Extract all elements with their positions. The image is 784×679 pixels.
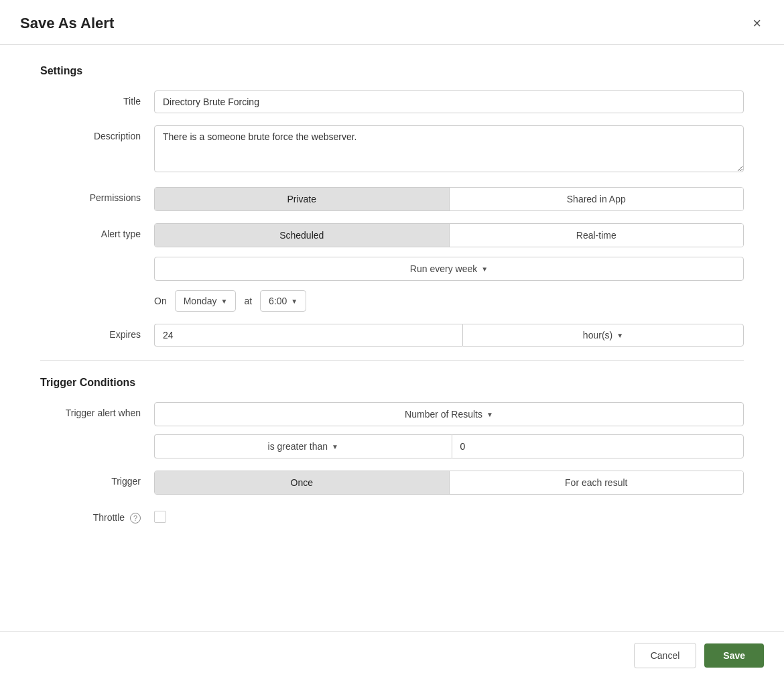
save-button[interactable]: Save	[704, 643, 764, 668]
section-divider	[40, 360, 744, 361]
title-row: Title	[40, 90, 744, 113]
day-dropdown[interactable]: Monday ▼	[175, 290, 237, 312]
cancel-button[interactable]: Cancel	[634, 643, 697, 668]
alert-type-scheduled-button[interactable]: Scheduled	[155, 224, 449, 247]
modal-header: Save As Alert ×	[0, 0, 784, 45]
expires-wrap: hour(s) ▼	[154, 324, 744, 347]
alert-type-realtime-button[interactable]: Real-time	[449, 224, 744, 247]
run-schedule-dropdown[interactable]: Run every week ▼	[154, 257, 744, 281]
alert-type-label: Alert type	[40, 223, 154, 239]
trigger-once-button[interactable]: Once	[155, 471, 449, 494]
condition-row: is greater than ▼	[154, 434, 744, 458]
throttle-controls	[154, 511, 744, 523]
expires-unit-chevron-icon: ▼	[616, 332, 623, 339]
trigger-conditions-title: Trigger Conditions	[40, 377, 744, 389]
title-label: Title	[40, 90, 154, 107]
at-label: at	[244, 296, 252, 306]
save-as-alert-modal: Save As Alert × Settings Title Descripti…	[0, 0, 784, 679]
time-chevron-icon: ▼	[291, 298, 298, 305]
operator-chevron-icon: ▼	[332, 443, 338, 450]
permissions-toggle-group: Private Shared in App	[154, 187, 744, 211]
trigger-alert-when-wrap: Number of Results ▼ is greater than ▼	[154, 402, 744, 458]
throttle-wrap	[154, 507, 744, 523]
expires-number-input[interactable]	[154, 324, 462, 347]
day-chevron-icon: ▼	[221, 298, 228, 305]
schedule-day-time-row: On Monday ▼ at 6:00 ▼	[154, 290, 744, 312]
throttle-row: Throttle ?	[40, 507, 744, 523]
trigger-alert-when-value: Number of Results	[405, 409, 482, 420]
settings-section-title: Settings	[40, 65, 744, 77]
expires-controls: hour(s) ▼	[154, 324, 744, 347]
permissions-private-button[interactable]: Private	[155, 188, 449, 210]
operator-dropdown[interactable]: is greater than ▼	[154, 434, 452, 458]
trigger-alert-when-label: Trigger alert when	[40, 402, 154, 418]
on-label: On	[154, 296, 167, 306]
title-wrap	[154, 90, 744, 113]
alert-type-wrap: Scheduled Real-time Run every week ▼ On …	[154, 223, 744, 312]
trigger-each-button[interactable]: For each result	[449, 471, 744, 494]
trigger-alert-when-row: Trigger alert when Number of Results ▼ i…	[40, 402, 744, 458]
operator-value-input[interactable]	[452, 434, 744, 458]
modal-footer: Cancel Save	[0, 631, 784, 679]
expires-row: Expires hour(s) ▼	[40, 324, 744, 347]
expires-unit-label: hour(s)	[583, 330, 612, 341]
permissions-label: Permissions	[40, 187, 154, 203]
permissions-row: Permissions Private Shared in App	[40, 187, 744, 211]
description-label: Description	[40, 125, 154, 141]
alert-type-row: Alert type Scheduled Real-time Run every…	[40, 223, 744, 312]
title-input[interactable]	[154, 90, 744, 113]
description-input[interactable]	[154, 125, 744, 172]
trigger-conditions-section: Trigger Conditions Trigger alert when Nu…	[40, 377, 744, 523]
run-schedule-label: Run every week	[410, 263, 477, 274]
trigger-label: Trigger	[40, 471, 154, 487]
description-wrap	[154, 125, 744, 175]
modal-title: Save As Alert	[20, 15, 114, 32]
throttle-help-icon[interactable]: ?	[130, 513, 141, 523]
time-dropdown[interactable]: 6:00 ▼	[260, 290, 306, 312]
permissions-wrap: Private Shared in App	[154, 187, 744, 211]
trigger-toggle-group: Once For each result	[154, 471, 744, 495]
close-button[interactable]: ×	[750, 13, 764, 34]
trigger-row: Trigger Once For each result	[40, 471, 744, 495]
operator-label: is greater than	[268, 441, 328, 452]
expires-unit-dropdown[interactable]: hour(s) ▼	[462, 324, 744, 347]
throttle-checkbox[interactable]	[154, 511, 166, 523]
alert-type-toggle-group: Scheduled Real-time	[154, 223, 744, 247]
trigger-wrap: Once For each result	[154, 471, 744, 495]
modal-body: Settings Title Description Permissions P…	[0, 45, 784, 631]
expires-label: Expires	[40, 324, 154, 340]
permissions-shared-button[interactable]: Shared in App	[449, 188, 744, 210]
day-label: Monday	[184, 296, 217, 306]
trigger-alert-when-chevron-icon: ▼	[486, 411, 493, 418]
trigger-alert-when-dropdown[interactable]: Number of Results ▼	[154, 402, 744, 426]
run-schedule-chevron-icon: ▼	[481, 265, 488, 273]
time-label: 6:00	[269, 296, 287, 306]
description-row: Description	[40, 125, 744, 175]
throttle-label: Throttle ?	[40, 507, 154, 523]
